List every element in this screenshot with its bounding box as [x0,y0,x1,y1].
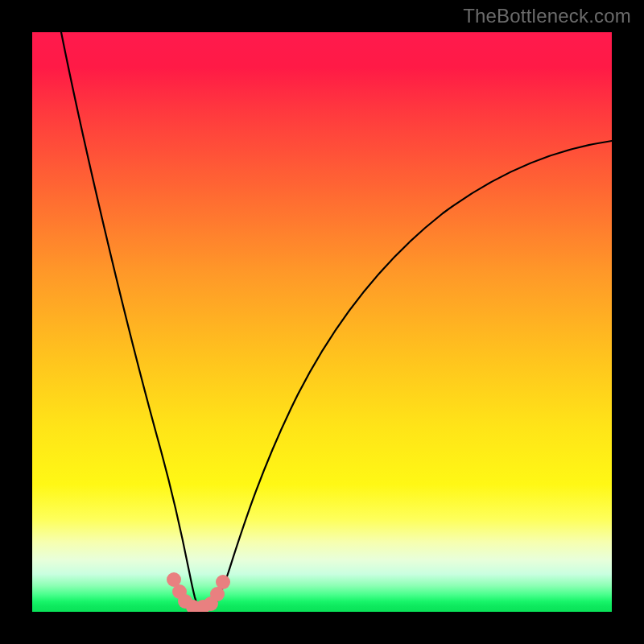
watermark-text: TheBottleneck.com [463,5,631,27]
chart-frame: TheBottleneck.com [0,0,644,644]
curve-layer [32,32,612,612]
plot-area [32,32,612,612]
svg-point-7 [216,575,230,589]
sweet-spot-markers [167,572,230,612]
bottleneck-curve [61,32,612,609]
